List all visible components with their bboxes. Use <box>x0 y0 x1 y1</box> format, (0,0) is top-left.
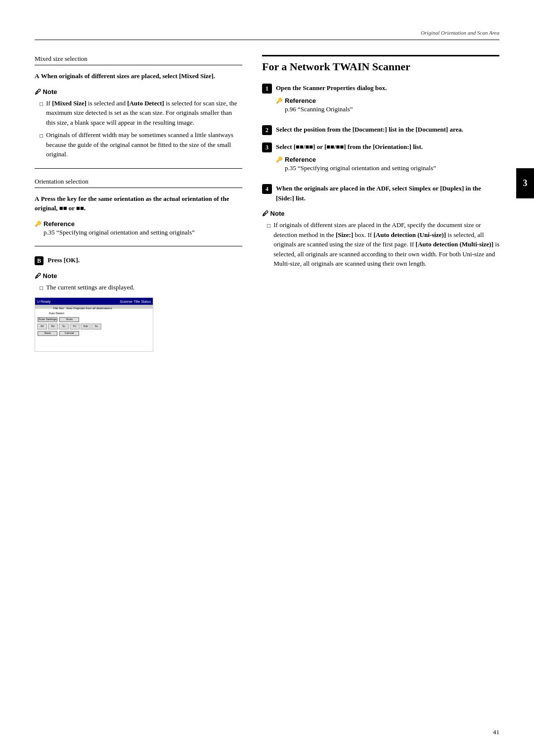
step-1-num: 1 <box>262 84 272 94</box>
step-b-bold: Press [OK]. <box>47 256 80 264</box>
step-3-block: 3 Select [■■/■■] or [■■/■■] from the [Or… <box>262 142 499 177</box>
ss-label-2: Auto Detect <box>37 312 64 316</box>
step-a-orient-label: A <box>35 195 39 202</box>
ss-label-1: File Set: <box>37 307 64 311</box>
ss-buttons-row: Scan Settings Scan <box>37 317 151 323</box>
step-2-content: Select the position from the [Document:]… <box>276 125 463 135</box>
ss-title-text: U Ready <box>37 300 50 303</box>
note-title-3: 🖊 Note <box>262 210 499 217</box>
note-title-1: 🖊 Note <box>35 88 242 95</box>
ref-title-2-text: Reference <box>285 97 316 104</box>
page: Original Orientation and Scan Area Mixed… <box>0 0 534 756</box>
ss-grid-cell-2: Re <box>48 324 58 330</box>
step-4-num: 4 <box>262 184 272 194</box>
screenshot-image: U Ready Scanner Tilte Status File Set: A… <box>35 297 153 352</box>
step-1-text: Open the Scanner Properties dialog box. <box>276 83 387 93</box>
ss-btn-1: Scan Settings <box>38 317 57 322</box>
note-item-4: □ If originals of different sizes are pl… <box>267 220 499 269</box>
step-a-orientation: A Press the key for the same orientation… <box>35 194 242 213</box>
ss-btn-2: Scan <box>59 317 79 322</box>
ss-grid-cell-4: Fn <box>70 324 80 330</box>
ss-title-right: Scanner Tilte Status <box>120 300 151 303</box>
ss-grid-cell-6: Sc <box>91 324 101 330</box>
step-1-content: Open the Scanner Properties dialog box. … <box>276 83 387 118</box>
ss-bottom-row: Save Cancel <box>37 331 151 336</box>
two-col-layout: Mixed size selection A When originals of… <box>35 55 499 352</box>
ss-grid-cell-1: Sd <box>37 324 47 330</box>
ss-row-2: Auto Detect <box>37 312 151 316</box>
ref-title-3: Reference <box>276 156 436 163</box>
ref-title-1-text: Reference <box>44 220 75 228</box>
step-2-text: Select the position from the [Document:]… <box>276 125 463 135</box>
right-column: For a Network TWAIN Scanner 1 Open the S… <box>262 55 499 352</box>
mixed-size-section-title: Mixed size selection <box>35 55 242 65</box>
step-3-content: Select [■■/■■] or [■■/■■] from the [Orie… <box>276 142 436 177</box>
ref-title-2: Reference <box>276 97 387 104</box>
ref-block-2: Reference p.96 “Scanning Originals” <box>276 97 387 114</box>
divider-1 <box>35 168 242 169</box>
step-b-block: B Press [OK]. <box>35 255 242 265</box>
ref-title-3-text: Reference <box>285 156 316 163</box>
left-column: Mixed size selection A When originals of… <box>35 55 242 352</box>
note-block-1: 🖊 Note □ If [Mixed Size] is selected and… <box>35 88 242 159</box>
screenshot-inner: U Ready Scanner Tilte Status File Set: A… <box>35 298 153 351</box>
checkbox-sym-2: □ <box>40 131 43 159</box>
note-block-3: 🖊 Note □ If originals of different sizes… <box>262 210 499 269</box>
checkbox-sym-3: □ <box>40 284 43 292</box>
note-item-3-text: The current settings are displayed. <box>46 283 134 292</box>
note-item-2-text: Originals of different width may be some… <box>46 130 242 159</box>
note-item-3: □ The current settings are displayed. <box>40 283 242 292</box>
header-bar: Original Orientation and Scan Area <box>35 30 499 40</box>
right-section-heading-text: For a Network TWAIN Scanner <box>262 60 410 73</box>
ss-row-1: File Set: Auto Originals from all destin… <box>37 307 151 311</box>
step-4-block: 4 When the originals are placed in the A… <box>262 184 499 203</box>
ref-text-2: p.96 “Scanning Originals” <box>285 104 387 114</box>
page-number: 41 <box>493 728 499 736</box>
step-a-mixed: A When originals of different sizes are … <box>35 71 242 81</box>
note-item-4-text: If originals of different sizes are plac… <box>273 220 499 269</box>
orientation-section-title: Orientation selection <box>35 178 242 188</box>
ss-btn-3: Save <box>38 331 57 336</box>
step-a-orientation-text: A Press the key for the same orientation… <box>35 194 242 213</box>
note-title-2: 🖊 Note <box>35 272 242 280</box>
note-item-1: □ If [Mixed Size] is selected and [Auto … <box>40 98 242 128</box>
checkbox-sym-1: □ <box>40 99 43 128</box>
divider-2 <box>35 246 242 246</box>
ref-text-1: p.35 “Specifying original orientation an… <box>44 228 242 237</box>
ref-block-1: Reference p.35 “Specifying original orie… <box>35 220 242 237</box>
ref-block-3: Reference p.35 “Specifying original orie… <box>276 156 436 173</box>
checkbox-sym-4: □ <box>267 221 270 269</box>
ref-title-1: Reference <box>35 220 242 228</box>
step-b-num: B <box>35 256 44 265</box>
note-item-1-text: If [Mixed Size] is selected and [Auto De… <box>46 98 242 128</box>
ss-grid-cell-3: Sc <box>59 324 69 330</box>
ss-body: File Set: Auto Originals from all destin… <box>35 305 153 339</box>
note-item-2: □ Originals of different width may be so… <box>40 130 242 159</box>
step-4-content: When the originals are placed in the ADF… <box>276 184 499 203</box>
step-2-num: 2 <box>262 125 272 135</box>
ss-grid-row: Sd Re Sc Fn Sub Sc <box>37 324 151 330</box>
step-a-orient-bold: Press the key for the same orientation a… <box>35 195 229 212</box>
note-block-2: 🖊 Note □ The current settings are displa… <box>35 272 242 292</box>
tab-marker: 3 <box>516 168 534 198</box>
header-text: Original Orientation and Scan Area <box>421 30 499 36</box>
step-3-text: Select [■■/■■] or [■■/■■] from the [Orie… <box>276 142 436 152</box>
ref-text-3: p.35 “Specifying original orientation an… <box>285 163 436 173</box>
ss-btn-4: Cancel <box>59 331 79 336</box>
ss-grid-cell-5: Sub <box>81 324 90 330</box>
step-2-block: 2 Select the position from the [Document… <box>262 125 499 135</box>
step-1-block: 1 Open the Scanner Properties dialog box… <box>262 83 499 118</box>
right-section-heading: For a Network TWAIN Scanner <box>262 55 499 73</box>
step-a-bold-text: When originals of different sizes are pl… <box>41 72 215 80</box>
step-a-mixed-text: A When originals of different sizes are … <box>35 71 242 81</box>
ss-titlebar: U Ready Scanner Tilte Status <box>35 298 153 305</box>
step-3-num: 3 <box>262 142 272 152</box>
step-4-text: When the originals are placed in the ADF… <box>276 184 499 203</box>
step-a-label: A <box>35 72 39 80</box>
step-b-text: B Press [OK]. <box>35 255 242 265</box>
ss-val-1: Auto Originals from all destinations <box>66 307 112 311</box>
